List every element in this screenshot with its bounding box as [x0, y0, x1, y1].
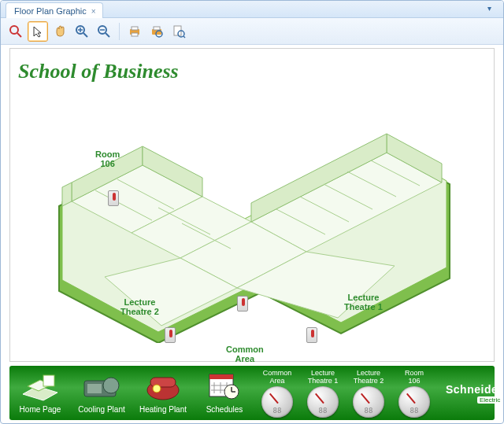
svg-line-17: [183, 36, 185, 38]
label-common-area: Common Area: [226, 345, 264, 363]
dial-icon: 88: [307, 386, 339, 418]
svg-point-0: [10, 26, 18, 34]
svg-point-44: [103, 378, 119, 393]
svg-rect-13: [154, 27, 160, 30]
brand-name: Schneider: [446, 383, 502, 396]
cooling-plant-icon: [80, 369, 124, 404]
dial-icon: 88: [261, 386, 293, 418]
tab-floorplan[interactable]: Floor Plan Graphic ×: [6, 2, 103, 18]
window-menu-icon[interactable]: ▾: [487, 4, 498, 15]
zoom-in-icon[interactable]: [72, 21, 92, 42]
thermostat-icon[interactable]: [108, 190, 119, 206]
print-icon[interactable]: [124, 21, 145, 42]
page-title: School of Business: [18, 60, 179, 83]
brand-sub: Electric: [477, 396, 502, 404]
gauge-label: Room 106: [394, 369, 435, 385]
svg-line-7: [106, 33, 109, 37]
svg-rect-45: [87, 384, 102, 393]
svg-line-1: [17, 33, 21, 37]
label-lecture-theatre-1: Lecture Theatre 1: [344, 293, 383, 312]
toolbar: [1, 18, 503, 45]
close-icon[interactable]: ×: [89, 6, 98, 15]
thermostat-icon[interactable]: [306, 327, 317, 343]
footer-nav-bar: Home Page Cooling Plant Heating Plant Sc…: [9, 366, 495, 420]
heating-plant-icon: [141, 369, 185, 404]
nav-label: Heating Plant: [137, 405, 189, 414]
thermostat-icon[interactable]: [165, 327, 176, 343]
tab-label: Floor Plan Graphic: [14, 6, 87, 16]
nav-home-page[interactable]: Home Page: [14, 369, 66, 418]
nav-schedules[interactable]: Schedules: [198, 369, 250, 418]
nav-cooling-plant[interactable]: Cooling Plant: [76, 369, 128, 418]
toolbar-separator: [119, 23, 120, 40]
pan-icon[interactable]: [50, 21, 70, 42]
gauge-group: Common Area 88 Lecture Theatre 1 88 Lect…: [255, 366, 438, 420]
gauge-lecture-theatre-2[interactable]: Lecture Theatre 2 88: [348, 369, 389, 418]
gauge-label: Common Area: [257, 369, 298, 385]
schedules-icon: [202, 369, 246, 404]
gauge-lecture-theatre-1[interactable]: Lecture Theatre 1 88: [302, 369, 343, 418]
svg-line-3: [83, 33, 87, 37]
svg-rect-42: [43, 375, 54, 386]
graphic-viewport[interactable]: School of Business: [9, 48, 495, 362]
page-preview-icon[interactable]: [169, 21, 189, 42]
zoom-out-icon[interactable]: [94, 21, 114, 42]
thermostat-icon[interactable]: [237, 296, 248, 312]
nav-label: Cooling Plant: [76, 405, 128, 414]
floorplan-graphic: Room 106 Lecture Theatre 2 Lecture Theat…: [48, 91, 458, 343]
gauge-room-106[interactable]: Room 106 88: [394, 369, 435, 418]
gauge-common-area[interactable]: Common Area 88: [257, 369, 298, 418]
pointer-icon[interactable]: [28, 21, 48, 42]
svg-point-48: [153, 385, 161, 393]
nav-label: Schedules: [198, 405, 250, 414]
home-page-icon: [18, 369, 62, 404]
gauge-label: Lecture Theatre 1: [302, 369, 343, 385]
dial-icon: 88: [353, 386, 384, 418]
label-lecture-theatre-2: Lecture Theatre 2: [120, 297, 159, 316]
svg-rect-50: [209, 374, 233, 379]
nav-heating-plant[interactable]: Heating Plant: [137, 369, 189, 418]
label-room-106: Room 106: [95, 149, 120, 168]
titlebar: Floor Plan Graphic × ▾: [1, 1, 503, 18]
svg-rect-11: [132, 33, 138, 36]
connect-icon[interactable]: [6, 21, 26, 42]
print-preview-icon[interactable]: [146, 21, 167, 42]
nav-label: Home Page: [14, 405, 66, 414]
brand-logo: Schneider Electric: [438, 366, 504, 420]
gauge-label: Lecture Theatre 2: [348, 369, 389, 385]
svg-rect-10: [132, 27, 138, 30]
dial-icon: 88: [398, 386, 430, 418]
